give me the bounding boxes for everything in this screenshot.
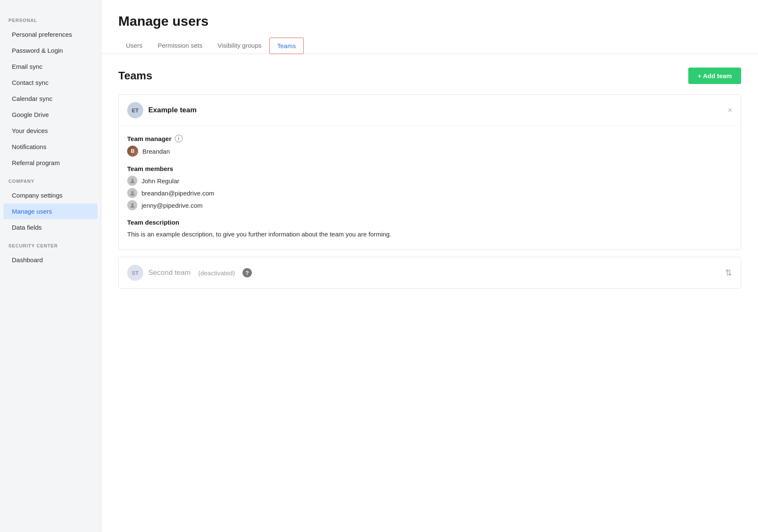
team-name-example-team: Example team — [148, 106, 196, 114]
sidebar-item-referral-program[interactable]: Referral program — [3, 155, 98, 171]
team-members-label: Team members — [127, 165, 732, 172]
team-card-header-second-team[interactable]: ST Second team (deactivated) ? ⇅ — [119, 257, 741, 288]
content-area: Teams + Add team ET Example team × Team … — [101, 54, 758, 309]
team-avatar-example-team: ET — [127, 102, 143, 118]
page-title: Manage users — [118, 14, 741, 29]
team-name-second-team: Second team — [148, 269, 191, 277]
team-header-left: ET Example team — [127, 102, 196, 118]
sidebar-item-dashboard[interactable]: Dashboard — [3, 252, 98, 268]
team-header-left: ST Second team (deactivated) ? — [127, 265, 252, 281]
tab-teams[interactable]: Teams — [269, 38, 304, 54]
tab-permission-sets[interactable]: Permission sets — [150, 38, 210, 54]
member-name: jenny@pipedrive.com — [142, 202, 202, 209]
sidebar: PERSONALPersonal preferencesPassword & L… — [0, 0, 101, 532]
svg-point-2 — [131, 203, 134, 205]
team-description-text: This is an example description, to give … — [127, 229, 732, 239]
user-icon — [129, 202, 136, 209]
sidebar-section-label: PERSONAL — [0, 10, 101, 26]
team-description-label: Team description — [127, 219, 732, 226]
member-row: breandan@pipedrive.com — [127, 188, 732, 198]
member-name: breandan@pipedrive.com — [142, 190, 214, 197]
sidebar-item-personal-preferences[interactable]: Personal preferences — [3, 27, 98, 42]
member-row: jenny@pipedrive.com — [127, 200, 732, 210]
teams-list: ET Example team × Team manager i B Brean… — [118, 94, 741, 289]
tab-visibility-groups[interactable]: Visibility groups — [210, 38, 269, 54]
sidebar-item-manage-users[interactable]: Manage users — [3, 204, 98, 219]
manager-avatar: B — [127, 146, 138, 157]
sidebar-item-data-fields[interactable]: Data fields — [3, 220, 98, 235]
team-manager-label: Team manager i — [127, 135, 732, 142]
sidebar-item-calendar-sync[interactable]: Calendar sync — [3, 91, 98, 106]
deactivated-label-second-team: (deactivated) — [198, 269, 235, 277]
member-avatar-icon — [127, 188, 137, 198]
add-team-button[interactable]: + Add team — [688, 68, 741, 84]
sidebar-item-notifications[interactable]: Notifications — [3, 139, 98, 155]
sidebar-section-label: SECURITY CENTER — [0, 236, 101, 252]
chevron-expand-icon-second-team[interactable]: ⇅ — [725, 268, 732, 278]
member-avatar-icon — [127, 200, 137, 210]
member-avatar-icon — [127, 176, 137, 186]
sidebar-item-password-login[interactable]: Password & Login — [3, 43, 98, 58]
sidebar-item-company-settings[interactable]: Company settings — [3, 187, 98, 203]
sidebar-item-your-devices[interactable]: Your devices — [3, 123, 98, 138]
sidebar-item-contact-sync[interactable]: Contact sync — [3, 75, 98, 90]
manager-name: Breandan — [142, 148, 170, 155]
team-avatar-second-team: ST — [127, 265, 143, 281]
tab-users[interactable]: Users — [118, 38, 150, 54]
tabs-bar: UsersPermission setsVisibility groupsTea… — [118, 38, 741, 54]
section-title: Teams — [118, 69, 152, 82]
team-manager-row: B Breandan — [127, 146, 732, 157]
user-icon — [129, 178, 136, 184]
svg-point-1 — [131, 191, 134, 193]
sidebar-item-email-sync[interactable]: Email sync — [3, 59, 98, 74]
main-content: Manage users UsersPermission setsVisibil… — [101, 0, 758, 532]
member-name: John Regular — [142, 177, 179, 185]
team-card-header-example-team[interactable]: ET Example team × — [119, 95, 741, 126]
info-icon-manager[interactable]: i — [175, 135, 183, 142]
team-card-body-example-team: Team manager i B Breandan Team members J… — [119, 126, 741, 250]
sidebar-section-label: COMPANY — [0, 171, 101, 187]
team-card-example-team: ET Example team × Team manager i B Brean… — [118, 94, 741, 250]
svg-point-0 — [131, 179, 134, 181]
help-icon-second-team[interactable]: ? — [243, 268, 252, 277]
team-card-second-team: ST Second team (deactivated) ? ⇅ — [118, 257, 741, 289]
user-icon — [129, 190, 136, 196]
member-row: John Regular — [127, 176, 732, 186]
page-header: Manage users UsersPermission setsVisibil… — [101, 0, 758, 54]
close-icon-example-team[interactable]: × — [728, 106, 732, 114]
sidebar-item-google-drive[interactable]: Google Drive — [3, 107, 98, 122]
section-header: Teams + Add team — [118, 68, 741, 84]
